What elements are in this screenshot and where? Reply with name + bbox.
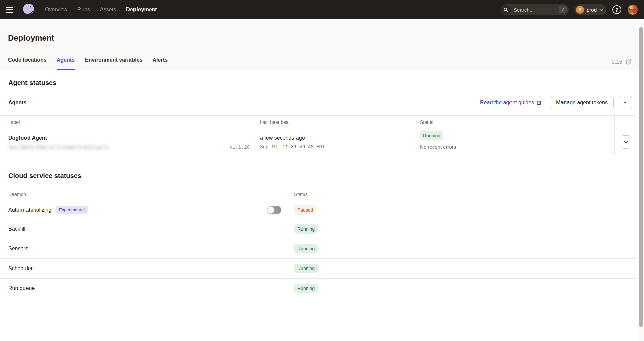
agents-toolbar: Agents Read the agent guides Manage agen… bbox=[0, 96, 644, 109]
help-icon[interactable]: ? bbox=[612, 5, 621, 14]
heartbeat-relative: a few seconds ago bbox=[260, 134, 409, 141]
tab-code-locations[interactable]: Code locations bbox=[8, 57, 47, 70]
agent-version: v1.1.20 bbox=[230, 145, 250, 150]
deployment-initial-badge: P bbox=[576, 6, 584, 14]
column-header-label: Label bbox=[0, 116, 255, 129]
agent-label-cell: Dogfood Agent 38173878-2f06-4173-a386-5c… bbox=[0, 129, 255, 155]
daemon-name: Sensors bbox=[8, 246, 28, 252]
running-status-badge: Running bbox=[294, 244, 318, 253]
cloud-service-statuses-heading: Cloud service statuses bbox=[0, 172, 644, 180]
agent-status-badge: Running bbox=[420, 131, 443, 140]
daemon-cell-auto-materializing: Auto-materializing Experimental bbox=[0, 201, 289, 219]
status-cell-run-queue: Running bbox=[289, 279, 636, 298]
nav-deployment[interactable]: Deployment bbox=[126, 7, 157, 13]
page-title: Deployment bbox=[8, 33, 636, 43]
deployment-switcher-label: prod bbox=[587, 7, 597, 13]
octopus-logo-icon bbox=[21, 2, 36, 17]
status-cell-auto-materializing: Paused bbox=[289, 201, 636, 219]
dagster-logo[interactable] bbox=[21, 2, 36, 17]
agent-guides-link[interactable]: Read the agent guides bbox=[480, 100, 541, 106]
tab-environment-variables[interactable]: Environment variables bbox=[85, 57, 143, 70]
column-header-daemon: Daemon bbox=[0, 188, 289, 201]
main-content: Agent statuses Agents Read the agent gui… bbox=[0, 70, 644, 298]
experimental-badge: Experimental bbox=[55, 206, 88, 214]
top-navigation-bar: Overview Runs Assets Deployment Search..… bbox=[0, 0, 644, 19]
scrollbar-thumb[interactable] bbox=[639, 27, 643, 327]
daemon-cell-sensors: Sensors bbox=[0, 239, 289, 259]
chevron-down-icon bbox=[623, 141, 628, 144]
page-header: Deployment Code locations Agents Environ… bbox=[0, 19, 644, 70]
search-shortcut-key: / bbox=[559, 6, 567, 13]
expand-agent-row-button[interactable] bbox=[620, 135, 631, 149]
agents-more-actions-button[interactable] bbox=[619, 96, 632, 109]
daemon-cell-backfill: Backfill bbox=[0, 219, 289, 239]
cloud-services-table: Daemon Status Auto-materializing Experim… bbox=[0, 188, 636, 298]
heartbeat-absolute: Sep 19, 11:31:59 AM EDT bbox=[260, 144, 409, 150]
agents-toolbar-actions: Read the agent guides Manage agent token… bbox=[480, 96, 632, 109]
agents-subheading: Agents bbox=[8, 100, 26, 106]
running-status-badge: Running bbox=[294, 224, 318, 234]
status-cell-scheduler: Running bbox=[289, 259, 636, 279]
column-header-status: Status bbox=[289, 188, 636, 201]
refresh-icon[interactable] bbox=[625, 59, 631, 65]
daemon-name: Backfill bbox=[8, 226, 25, 232]
primary-nav: Overview Runs Assets Deployment bbox=[45, 7, 157, 13]
agent-id-redacted: 38173878-2f06-4173-a386-5c9021aa73 bbox=[8, 144, 109, 150]
hamburger-menu-icon[interactable] bbox=[6, 5, 16, 15]
agent-guides-link-label: Read the agent guides bbox=[480, 100, 534, 106]
daemon-name: Scheduler bbox=[8, 265, 33, 272]
running-status-badge: Running bbox=[294, 284, 318, 293]
caret-down-icon bbox=[624, 102, 627, 104]
daemon-name: Run queue bbox=[8, 285, 35, 291]
refresh-timer: 0:16 bbox=[612, 59, 622, 65]
agent-heartbeat-cell: a few seconds ago Sep 19, 11:31:59 AM ED… bbox=[255, 129, 414, 155]
search-input[interactable]: Search... / bbox=[501, 4, 569, 15]
column-header-actions bbox=[615, 116, 636, 129]
tab-agents[interactable]: Agents bbox=[57, 57, 75, 70]
agent-name: Dogfood Agent bbox=[8, 135, 250, 141]
nav-runs[interactable]: Runs bbox=[77, 7, 90, 13]
deployment-switcher[interactable]: P prod bbox=[575, 4, 606, 15]
auto-materializing-toggle[interactable] bbox=[267, 206, 281, 214]
status-cell-backfill: Running bbox=[289, 219, 636, 239]
column-header-status: Status bbox=[414, 116, 615, 129]
agent-statuses-heading: Agent statuses bbox=[0, 79, 644, 87]
daemon-name: Auto-materializing bbox=[8, 207, 51, 213]
paused-status-badge: Paused bbox=[294, 205, 316, 215]
agent-status-note: No recent errors bbox=[420, 144, 609, 150]
nav-assets[interactable]: Assets bbox=[100, 7, 116, 13]
manage-agent-tokens-button[interactable]: Manage agent tokens bbox=[550, 96, 614, 109]
column-header-last-heartbeat: Last heartbeat bbox=[255, 116, 414, 129]
user-avatar[interactable] bbox=[627, 4, 638, 15]
daemon-cell-scheduler: Scheduler bbox=[0, 259, 289, 279]
refresh-area: 0:16 bbox=[612, 59, 631, 65]
running-status-badge: Running bbox=[294, 264, 318, 273]
toggle-knob bbox=[267, 206, 274, 214]
search-icon bbox=[501, 5, 511, 14]
chevron-down-icon bbox=[599, 9, 603, 11]
agent-status-cell: Running No recent errors bbox=[414, 129, 615, 155]
daemon-cell-run-queue: Run queue bbox=[0, 279, 289, 298]
external-link-icon bbox=[536, 100, 541, 105]
topbar-right-group: Search... / P prod ? bbox=[501, 4, 638, 15]
agents-table: Label Last heartbeat Status Dogfood Agen… bbox=[0, 115, 636, 155]
scrollbar-track[interactable] bbox=[638, 19, 644, 341]
nav-overview[interactable]: Overview bbox=[45, 7, 67, 13]
tab-bar: Code locations Agents Environment variab… bbox=[8, 57, 636, 70]
search-placeholder: Search... bbox=[514, 7, 556, 13]
status-cell-sensors: Running bbox=[289, 239, 636, 259]
agent-actions-cell bbox=[615, 129, 636, 155]
tab-alerts[interactable]: Alerts bbox=[153, 57, 168, 70]
